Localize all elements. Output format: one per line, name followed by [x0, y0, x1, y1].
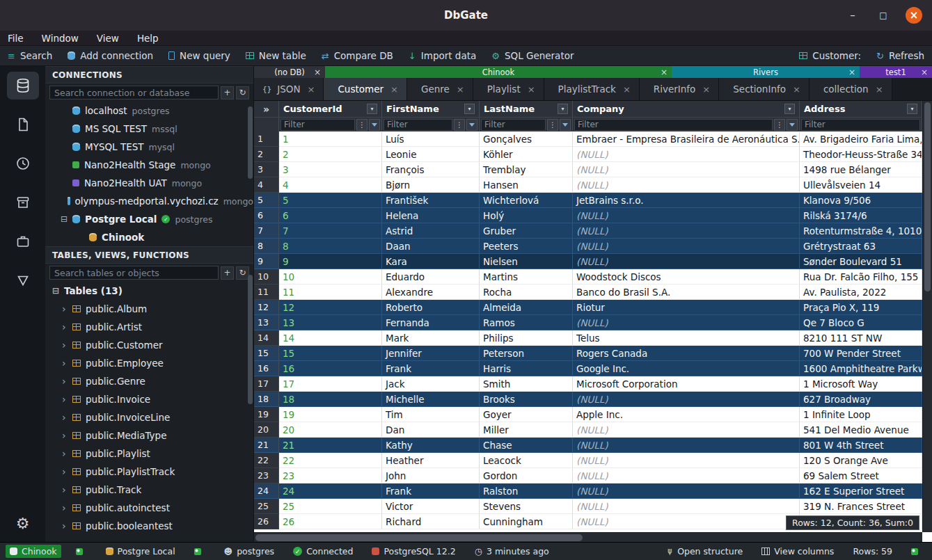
toolbar-button[interactable]: Customer:: [791, 46, 869, 65]
row-number[interactable]: 17: [254, 376, 279, 392]
statusbar-item[interactable]: Rows: 59: [848, 545, 897, 558]
cell-firstname[interactable]: Michelle: [382, 392, 480, 407]
cell-lastname[interactable]: Gonçalves: [480, 131, 573, 147]
cell-customerid[interactable]: 17: [279, 376, 382, 392]
menu-item[interactable]: File: [8, 33, 24, 44]
cell-company[interactable]: (NULL): [573, 147, 800, 162]
column-header[interactable]: CustomerId ▾: [279, 101, 382, 117]
row-number[interactable]: 25: [254, 499, 279, 514]
cell-lastname[interactable]: Ralston: [480, 483, 573, 499]
cell-lastname[interactable]: Tremblay: [480, 162, 573, 177]
close-icon[interactable]: ×: [793, 84, 800, 95]
close-icon[interactable]: ×: [390, 84, 398, 95]
close-icon[interactable]: ×: [623, 84, 631, 95]
chevron-right-icon[interactable]: ›: [62, 466, 68, 477]
connection-item[interactable]: MYSQL TEST ✓ mysql: [45, 138, 253, 156]
chevron-right-icon[interactable]: ›: [62, 502, 68, 513]
close-icon[interactable]: ×: [921, 67, 928, 77]
cell-firstname[interactable]: Mark: [382, 330, 480, 346]
row-number[interactable]: 4: [254, 177, 279, 193]
row-number[interactable]: 5: [254, 193, 279, 208]
cell-company[interactable]: (NULL): [573, 468, 800, 483]
cell-address[interactable]: Ullevålsveien 14: [800, 177, 922, 193]
statusbar-item[interactable]: [72, 547, 91, 557]
table-row[interactable]: 15 15 Jennifer Peterson Rogers Canada 70…: [254, 346, 922, 361]
row-number[interactable]: 6: [254, 208, 279, 223]
refresh-connections-button[interactable]: ↻: [236, 86, 249, 99]
table-row[interactable]: 12 12 Roberto Almeida Riotur Praça Pio X…: [254, 300, 922, 315]
statusbar-item[interactable]: postgres: [220, 545, 279, 558]
cell-firstname[interactable]: Roberto: [382, 300, 480, 315]
close-icon[interactable]: ×: [308, 84, 315, 95]
cell-firstname[interactable]: Fernanda: [382, 315, 480, 330]
cell-lastname[interactable]: Peeters: [480, 239, 573, 254]
cell-customerid[interactable]: 15: [279, 346, 382, 361]
cell-company[interactable]: Google Inc.: [573, 361, 800, 376]
chevron-right-icon[interactable]: ›: [62, 484, 68, 495]
connections-search-input[interactable]: [49, 86, 219, 99]
column-dropdown-button[interactable]: ▾: [907, 104, 917, 114]
cell-firstname[interactable]: Daan: [382, 239, 480, 254]
cell-lastname[interactable]: Ramos: [480, 315, 573, 330]
cell-lastname[interactable]: Martins: [480, 269, 573, 285]
cell-firstname[interactable]: Kara: [382, 254, 480, 269]
filter-input[interactable]: [801, 119, 920, 131]
cell-address[interactable]: 69 Salem Street: [800, 468, 922, 483]
cell-customerid[interactable]: 7: [279, 223, 382, 239]
cell-company[interactable]: (NULL): [573, 453, 800, 468]
cell-customerid[interactable]: 4: [279, 177, 382, 193]
filter-funnel-button[interactable]: [560, 119, 571, 131]
statusbar-item[interactable]: Chinook: [6, 545, 61, 558]
cell-firstname[interactable]: Bjørn: [382, 177, 480, 193]
cell-firstname[interactable]: Luís: [382, 131, 480, 147]
sidebar-icon-history[interactable]: [7, 150, 39, 177]
cell-address[interactable]: 700 W Pender Street: [800, 346, 922, 361]
toolbar-button[interactable]: ≡ Search: [0, 46, 60, 65]
cell-address[interactable]: 120 S Orange Ave: [800, 453, 922, 468]
close-icon[interactable]: ×: [457, 84, 464, 95]
close-icon[interactable]: ×: [876, 84, 883, 95]
chevron-right-icon[interactable]: ›: [62, 303, 68, 314]
horizontal-scrollbar[interactable]: [254, 532, 922, 542]
cell-address[interactable]: Rilská 3174/6: [800, 208, 922, 223]
table-row[interactable]: 14 14 Mark Philips Telus 8210 111 ST NW: [254, 330, 922, 346]
settings-gear-icon[interactable]: ⚙: [16, 515, 30, 532]
chevron-right-icon[interactable]: ›: [62, 520, 68, 531]
add-table-mini-button[interactable]: +: [221, 266, 234, 280]
table-item[interactable]: › public.booleantest: [45, 517, 253, 535]
cell-company[interactable]: (NULL): [573, 438, 800, 453]
cell-firstname[interactable]: John: [382, 468, 480, 483]
cell-company[interactable]: (NULL): [573, 254, 800, 269]
cell-lastname[interactable]: Stevens: [480, 499, 573, 514]
close-icon[interactable]: ×: [848, 67, 855, 77]
cell-customerid[interactable]: 21: [279, 438, 382, 453]
cell-company[interactable]: Embraer - Empresa Brasileira de Aeronáut…: [573, 131, 800, 147]
table-row[interactable]: 2 2 Leonie Köhler (NULL) Theodor-Heuss-S…: [254, 147, 922, 162]
cell-address[interactable]: 801 W 4th Street: [800, 438, 922, 453]
chevron-right-icon[interactable]: ›: [62, 376, 68, 387]
cell-customerid[interactable]: 10: [279, 269, 382, 285]
close-icon[interactable]: ×: [661, 67, 668, 77]
filter-funnel-button[interactable]: [787, 119, 798, 131]
cell-lastname[interactable]: Chase: [480, 438, 573, 453]
cell-customerid[interactable]: 16: [279, 361, 382, 376]
cell-company[interactable]: (NULL): [573, 223, 800, 239]
cell-firstname[interactable]: Helena: [382, 208, 480, 223]
cell-customerid[interactable]: 12: [279, 300, 382, 315]
close-icon[interactable]: ×: [314, 67, 321, 77]
tables-group-row[interactable]: ⊟ Tables (13): [45, 282, 253, 300]
table-item[interactable]: › public.Customer: [45, 336, 253, 354]
cell-customerid[interactable]: 13: [279, 315, 382, 330]
cell-firstname[interactable]: František: [382, 193, 480, 208]
filter-input[interactable]: [384, 119, 452, 131]
cell-customerid[interactable]: 18: [279, 392, 382, 407]
cell-firstname[interactable]: Frank: [382, 483, 480, 499]
table-row[interactable]: 22 22 Heather Leacock (NULL) 120 S Orang…: [254, 453, 922, 468]
table-item[interactable]: › public.Artist: [45, 318, 253, 336]
tab[interactable]: Customer ×: [324, 78, 406, 100]
tables-search-input[interactable]: [49, 266, 219, 280]
connection-item[interactable]: Nano2Health UAT ✓ mongo: [45, 174, 253, 192]
cell-lastname[interactable]: Brooks: [480, 392, 573, 407]
cell-company[interactable]: (NULL): [573, 162, 800, 177]
filter-menu-button[interactable]: ⋮: [547, 119, 558, 131]
